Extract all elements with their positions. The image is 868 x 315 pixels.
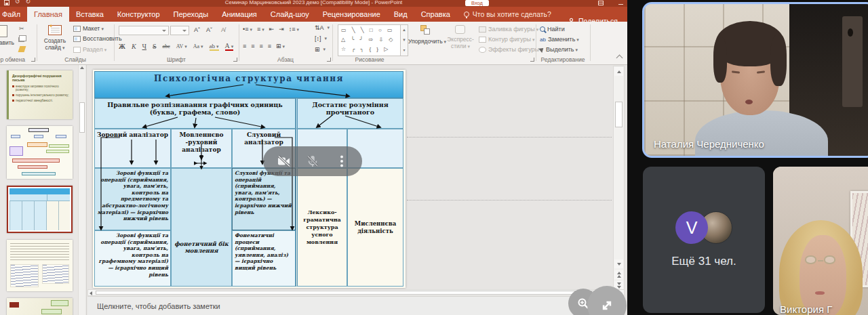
change-case-button[interactable]: Aa — [193, 43, 203, 49]
shapes-gallery[interactable]: ▭ ╲ ╲ □ ○ ▭ △ ╰ ╯ ⇨ ⇩ ◇ ☆ ╭ ╮ { } ▷ ▲▼▾ — [338, 24, 408, 56]
previous-slide-button[interactable] — [614, 270, 623, 279]
format-painter-button[interactable] — [19, 46, 25, 52]
thumbnail-scrollbar[interactable] — [78, 65, 85, 315]
cell-visual-lower[interactable]: Зорові функції та операції (сприймання, … — [94, 168, 171, 230]
line-spacing-button[interactable]: ↕≡ — [289, 26, 299, 33]
italic-button[interactable]: К — [132, 43, 136, 50]
cell-visual-higher[interactable]: Зорові функції та операції (сприймання, … — [94, 230, 171, 287]
scroll-left-icon[interactable] — [90, 291, 92, 295]
copy-button[interactable] — [19, 35, 26, 41]
abc-button[interactable]: abc — [163, 43, 170, 49]
character-spacing-button[interactable]: AV — [176, 43, 187, 49]
thumbnail-slide-3-selected[interactable] — [7, 186, 73, 233]
replace-button[interactable]: ab Заменить — [540, 36, 579, 43]
select-button[interactable]: Выделить — [540, 46, 578, 53]
tab-insert[interactable]: Вставка — [69, 7, 111, 22]
tab-animations[interactable]: Анимация — [215, 7, 264, 22]
strikethrough-button[interactable]: S — [153, 43, 157, 50]
underline-button[interactable]: Ч — [142, 43, 147, 50]
tab-view[interactable]: Вид — [387, 7, 414, 22]
shape-effects-button[interactable]: Эффекты фигуры — [479, 46, 543, 53]
font-dialog-launcher[interactable] — [233, 58, 237, 62]
text-direction-button[interactable]: ⇅A — [315, 24, 330, 31]
more-options-button[interactable] — [334, 153, 350, 169]
tab-review[interactable]: Рецензирование — [316, 7, 387, 22]
layout-button[interactable]: Макет — [73, 25, 104, 32]
notes-pane[interactable]: Щелкните, чтобы добавить заметки — [87, 296, 625, 315]
participant-video-tile[interactable]: Виктория Г — [773, 167, 868, 315]
shape-fill-button[interactable]: Заливка фигуры — [479, 26, 538, 33]
align-right-button[interactable]: ≡ — [260, 43, 263, 49]
justify-button[interactable]: ≡ — [268, 43, 271, 49]
columns-button[interactable]: ⊞ — [276, 43, 285, 49]
new-slide-button[interactable]: Создать слайд — [39, 24, 71, 51]
scroll-up-icon[interactable] — [80, 66, 84, 69]
align-center-button[interactable]: ≡ — [251, 43, 254, 49]
bullets-button[interactable]: •≡ — [243, 26, 252, 33]
section-button[interactable]: Раздел — [73, 46, 106, 53]
font-color-button[interactable]: А — [225, 42, 234, 51]
drawing-dialog-launcher[interactable] — [530, 58, 534, 62]
align-text-button[interactable]: [↕] — [315, 35, 327, 42]
cell-auditory-lower[interactable]: Слухові функції та операцій (сприймання,… — [232, 168, 296, 230]
clipboard-dialog-launcher[interactable] — [31, 58, 35, 62]
speaker-video-tile[interactable]: Наталия Чередниченко — [642, 2, 868, 158]
slide-vertical-scrollbar[interactable] — [613, 66, 625, 291]
font-name-combo[interactable] — [119, 26, 169, 35]
thumbnail-slide-4[interactable] — [7, 240, 73, 291]
font-size-combo[interactable] — [170, 26, 189, 35]
undo-icon[interactable]: ↺ — [15, 0, 20, 5]
shape-outline-button[interactable]: Контур фигуры — [479, 36, 534, 43]
mic-off-button[interactable] — [304, 153, 321, 169]
paragraph-dialog-launcher[interactable] — [327, 58, 331, 62]
clear-formatting-button[interactable]: A̸ — [221, 26, 225, 33]
slide-canvas[interactable]: Психологічна структура читання Правильне… — [93, 70, 406, 288]
shapes-scroll[interactable]: ▲▼▾ — [400, 25, 408, 56]
cell-lexical-grammar[interactable]: Лексико-граматична структура усного мовл… — [296, 168, 347, 287]
align-left-button[interactable]: ≡ — [243, 43, 246, 49]
more-participants-tile[interactable]: V Ещё 31 чел. — [643, 167, 765, 313]
cell-phonetic[interactable]: фонетичний бік мовлення — [171, 168, 232, 287]
cell-phonemic-higher[interactable]: Фонематичні процеси (сприймання, уявленн… — [232, 230, 296, 287]
thumbnail-slide-5[interactable] — [7, 298, 73, 315]
increase-indent-button[interactable]: ⇥ — [279, 26, 284, 33]
vertical-scrollbar-thumb[interactable] — [615, 102, 623, 127]
decrease-indent-button[interactable]: ⇤ — [269, 26, 275, 33]
quick-styles-button[interactable]: Экспресс- стили — [445, 24, 475, 50]
tell-me-box[interactable]: Что вы хотите сделать? — [464, 7, 551, 22]
tab-help[interactable]: Справка — [414, 7, 457, 22]
collapse-ribbon-button[interactable] — [616, 55, 623, 62]
shrink-font-button[interactable]: Aˇ — [206, 26, 212, 33]
col-header-visual[interactable]: Зоровий аналізатор — [94, 129, 171, 168]
minimize-icon[interactable] — [618, 4, 623, 5]
tab-home[interactable]: Главная — [27, 7, 69, 22]
paste-button[interactable]: Вставить — [0, 24, 18, 46]
save-icon[interactable] — [4, 0, 9, 5]
camera-off-button[interactable] — [276, 153, 292, 169]
arrange-button[interactable]: Упорядочить — [408, 24, 443, 45]
grow-font-button[interactable]: Aˆ — [194, 26, 200, 33]
branch-left-cell[interactable]: Правильне розпізнавання графічних одиниц… — [94, 98, 296, 129]
smartart-button[interactable]: ⊞ — [315, 46, 326, 53]
scroll-up-button[interactable] — [614, 67, 623, 76]
tab-slideshow[interactable]: Слайд-шоу — [264, 7, 316, 22]
tab-transitions[interactable]: Переходы — [167, 7, 216, 22]
numbering-button[interactable]: ≡ — [257, 26, 264, 33]
find-button[interactable]: Найти — [540, 26, 565, 33]
horizontal-scrollbar-thumb[interactable] — [96, 291, 601, 295]
col-header-speech-motor[interactable]: Мовленнєво -руховий аналізатор — [171, 129, 232, 168]
thumbnail-scrollbar-thumb[interactable] — [79, 102, 85, 133]
slide-title-cell[interactable]: Психологічна структура читання — [94, 71, 403, 98]
sign-in-button[interactable]: Вход — [465, 0, 489, 6]
branch-right-cell[interactable]: Достатнє розуміння прочитаного — [296, 98, 403, 129]
redo-icon[interactable]: ↻ — [26, 0, 31, 5]
cut-button[interactable]: ✂ — [19, 25, 24, 32]
highlight-button[interactable]: ab — [210, 43, 219, 51]
thumbnail-slide-1[interactable]: Дизорфографічні порушення письма внаслід… — [7, 70, 73, 119]
tab-design[interactable]: Конструктор — [111, 7, 167, 22]
tab-file[interactable]: Файл — [0, 7, 27, 22]
scroll-down-button[interactable] — [614, 259, 623, 268]
cell-thinking[interactable]: Мисленнєва діяльність — [347, 168, 403, 287]
slide-horizontal-scrollbar[interactable] — [87, 289, 625, 296]
thumbnail-slide-2[interactable] — [7, 126, 73, 179]
